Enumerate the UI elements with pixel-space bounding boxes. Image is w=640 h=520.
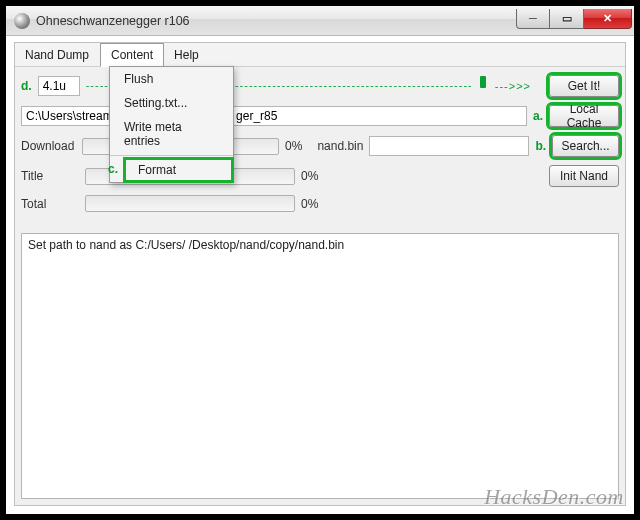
- maximize-button[interactable]: ▭: [550, 9, 584, 29]
- nand-label: nand.bin: [317, 139, 363, 153]
- init-nand-button[interactable]: Init Nand: [549, 165, 619, 187]
- client-area: Nand Dump Content Help d. --------------…: [14, 42, 626, 506]
- watermark: HacksDen.com: [484, 484, 624, 510]
- annotation-b: b.: [535, 139, 546, 153]
- get-it-button[interactable]: Get It!: [549, 75, 619, 97]
- window-frame: Ohneschwanzenegger r106 ─ ▭ ✕ Nand Dump …: [4, 4, 636, 516]
- annotation-c: c.: [108, 162, 118, 176]
- menu-content[interactable]: Content: [100, 43, 164, 67]
- window-title: Ohneschwanzenegger r106: [36, 14, 190, 28]
- maximize-icon: ▭: [562, 12, 572, 25]
- menu-help[interactable]: Help: [164, 43, 210, 66]
- nand-path-input[interactable]: [369, 136, 529, 156]
- slider-handle-icon[interactable]: [477, 78, 489, 94]
- log-output: Set path to nand as C:/Users/ /Desktop/n…: [21, 233, 619, 499]
- local-cache-button[interactable]: Local Cache: [549, 105, 619, 127]
- menu-item-format[interactable]: Format: [124, 158, 233, 182]
- annotation-a: a.: [533, 109, 543, 123]
- cache-path-input[interactable]: [21, 106, 527, 126]
- app-icon: [14, 13, 30, 29]
- menu-nand-dump[interactable]: Nand Dump: [15, 43, 100, 66]
- title-label: Title: [21, 169, 79, 183]
- menu-separator: [110, 155, 233, 156]
- window-buttons: ─ ▭ ✕: [516, 9, 632, 29]
- minimize-button[interactable]: ─: [516, 9, 550, 29]
- total-label: Total: [21, 197, 79, 211]
- search-button[interactable]: Search...: [552, 135, 619, 157]
- download-label: Download: [21, 139, 76, 153]
- titlebar[interactable]: Ohneschwanzenegger r106 ─ ▭ ✕: [6, 6, 634, 36]
- menu-item-flush[interactable]: Flush: [110, 67, 233, 91]
- close-button[interactable]: ✕: [584, 9, 632, 29]
- version-input[interactable]: [38, 76, 80, 96]
- menu-item-write-meta[interactable]: Write meta entries: [110, 115, 233, 153]
- content-dropdown: Flush Setting.txt... Write meta entries …: [109, 66, 234, 183]
- arrow-decor: --->>>: [495, 80, 531, 92]
- total-progress: [85, 195, 295, 212]
- menubar: Nand Dump Content Help: [15, 43, 625, 67]
- log-line: Set path to nand as C:/Users/ /Desktop/n…: [28, 238, 612, 252]
- download-pct: 0%: [285, 139, 311, 153]
- minimize-icon: ─: [529, 12, 537, 24]
- total-pct: 0%: [301, 197, 329, 211]
- close-icon: ✕: [603, 12, 612, 25]
- menu-item-setting[interactable]: Setting.txt...: [110, 91, 233, 115]
- title-pct: 0%: [301, 169, 329, 183]
- annotation-d: d.: [21, 79, 32, 93]
